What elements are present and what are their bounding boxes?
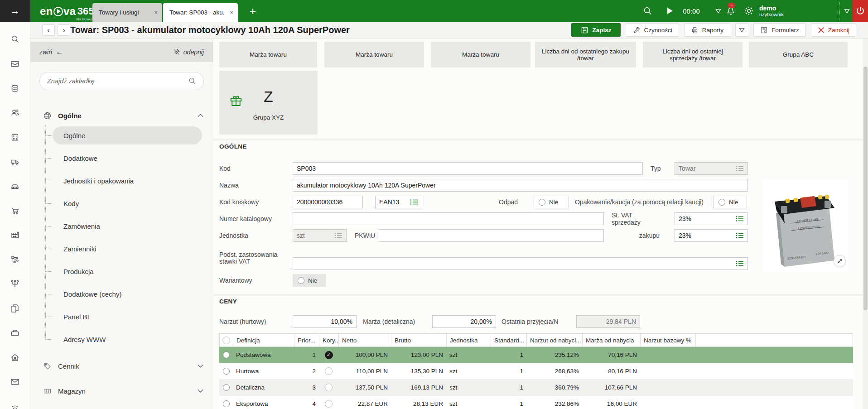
column-header[interactable]: Definicja [233, 334, 294, 346]
kod-kreskowy-input[interactable]: 2000000000336 [293, 196, 363, 208]
rail-item-crm[interactable] [0, 345, 30, 370]
notifications-button[interactable] [723, 0, 738, 22]
indicator-card-dni-sprzedazy[interactable]: Liczba dni od ostatniej sprzedaży /towar [643, 42, 743, 67]
sidebar-nav-item[interactable]: Kody [53, 194, 202, 212]
column-header[interactable]: Marża od nabycia [583, 334, 641, 346]
sidebar-nav-item[interactable]: Adresy WWW [53, 330, 202, 348]
collapse-sidebar-button[interactable]: zwiń [39, 48, 63, 57]
logout-button[interactable] [853, 0, 868, 22]
row-radio[interactable] [223, 384, 230, 391]
row-radio[interactable] [223, 351, 230, 358]
form-button[interactable]: Formularz [753, 23, 806, 37]
scrollbar-thumb[interactable] [863, 67, 868, 310]
column-header[interactable]: Jednostka [447, 334, 491, 346]
table-row[interactable]: Hurtowa 2 110,00 PLN 135,30 PLN szt 1 26… [219, 363, 853, 380]
rail-item-delivery[interactable] [0, 149, 30, 174]
unchecked-radio[interactable] [325, 384, 333, 391]
rail-item-vehicles[interactable] [0, 174, 30, 198]
find-tab-search[interactable] [39, 72, 204, 90]
sidebar-nav-item[interactable]: Dodatkowe [53, 149, 202, 167]
forward-button[interactable] [58, 24, 70, 36]
sidebar-group-magazyn[interactable]: Magazyn [30, 383, 213, 399]
indicator-card-grupa-xyz[interactable]: Z Grupa XYZ [219, 71, 318, 135]
table-row[interactable]: Podstawowa 1 100,00 PLN 123,00 PLN szt 1… [219, 347, 853, 363]
radio-icon[interactable] [719, 199, 725, 206]
rail-item-database[interactable] [0, 76, 30, 101]
rail-item-documents[interactable] [0, 296, 30, 321]
rail-item-network[interactable] [0, 394, 30, 409]
rail-item-integrations[interactable] [0, 272, 30, 296]
rail-item-contacts[interactable] [0, 101, 30, 125]
settings-button[interactable] [741, 0, 757, 22]
global-search-button[interactable] [640, 0, 655, 22]
unpin-sidebar-button[interactable]: odepnij [173, 48, 204, 56]
sidebar-nav-item[interactable]: Panel BI [53, 308, 202, 326]
column-header[interactable]: Kory... [319, 334, 339, 346]
main-scrollbar[interactable] [863, 38, 868, 409]
sidebar-group-ogolne[interactable]: Ogólne [30, 108, 213, 123]
column-header[interactable]: Narzut bazowy % [641, 334, 696, 346]
table-row[interactable]: Eksportowa 4 22,87 EUR 28,13 EUR szt 1 2… [219, 396, 853, 409]
unchecked-radio[interactable] [325, 367, 333, 375]
rail-item-production[interactable] [0, 223, 30, 247]
narzut-input[interactable]: 10,00% [293, 315, 357, 328]
indicator-card-marza-2[interactable]: Marża towaru [324, 42, 424, 67]
reports-button[interactable]: Raporty [684, 23, 730, 37]
sidebar-nav-item[interactable]: Produkcja [53, 262, 202, 280]
rail-item-sales[interactable] [0, 198, 30, 223]
start-work-time-button[interactable] [664, 0, 676, 22]
rail-item-inbox[interactable] [0, 52, 30, 76]
column-header[interactable]: Prior... [294, 334, 319, 346]
save-button[interactable]: Zapisz [571, 23, 621, 37]
nazwa-input[interactable]: akumulator motocyklowy 10Ah 120A SuperPo… [293, 179, 748, 192]
sidebar-nav-item[interactable]: Ogólne [53, 126, 202, 144]
indicator-card-marza-1[interactable]: Marża towaru [219, 42, 317, 67]
opakowanie-toggle[interactable]: Nie [714, 196, 747, 208]
indicator-card-grupa-abc[interactable]: Grupa ABC [749, 42, 848, 67]
rail-item-calculator[interactable] [0, 125, 30, 149]
sidebar-group-cennik[interactable]: Cennik [30, 358, 213, 374]
column-header[interactable]: Brutto [391, 334, 447, 346]
kod-format-select[interactable]: EAN13 [375, 196, 422, 208]
tab-towary-i-uslugi[interactable]: Towary i usługi [92, 3, 162, 22]
tab-towar-sp003[interactable]: Towar: SP003 - aku... [163, 3, 238, 22]
expand-menu-icon[interactable] [0, 0, 30, 22]
new-tab-button[interactable] [247, 5, 259, 17]
reports-dropdown-button[interactable] [735, 23, 748, 37]
marza-input[interactable]: 20,00% [432, 315, 496, 328]
sidebar-nav-item[interactable]: Zamówienia [53, 217, 202, 235]
find-tab-input[interactable] [47, 77, 188, 85]
vat-sprzedazy-select[interactable]: 23% [675, 212, 748, 225]
podst-vat-select[interactable] [293, 257, 748, 270]
wariantowy-toggle[interactable]: Nie [293, 274, 326, 287]
close-button[interactable]: Zamknij [811, 23, 856, 37]
indicator-card-dni-zakupu[interactable]: Liczba dni od ostatniego zakupu /towar [535, 42, 636, 67]
kod-input[interactable]: SP003 [293, 162, 643, 175]
tab-close-icon[interactable] [230, 9, 233, 16]
radio-icon[interactable] [539, 199, 545, 206]
back-button[interactable] [42, 24, 55, 36]
select-all-radio[interactable] [220, 334, 233, 346]
unchecked-radio[interactable] [325, 400, 333, 408]
rail-item-search[interactable] [0, 27, 30, 52]
odpad-toggle[interactable]: Nie [534, 196, 569, 208]
column-header[interactable]: Standard... [491, 334, 527, 346]
indicator-card-marza-3[interactable]: Marża towaru [431, 42, 530, 67]
panel-dropdown-button[interactable] [842, 0, 852, 22]
user-menu[interactable]: demo użytkownik [759, 0, 800, 22]
checked-icon[interactable] [325, 351, 333, 359]
sidebar-nav-item[interactable]: Jednostki i opakowania [53, 172, 202, 190]
column-header[interactable]: Netto [339, 334, 391, 346]
column-header[interactable]: Narzut od nabyci... [527, 334, 583, 346]
clock-dropdown-button[interactable] [713, 0, 723, 22]
rail-item-mail[interactable] [0, 370, 30, 394]
table-row[interactable]: Detaliczna 3 137,50 PLN 169,13 PLN szt 1… [219, 380, 853, 396]
tab-close-icon[interactable] [154, 9, 158, 16]
vat-zakupu-select[interactable]: 23% [675, 229, 748, 242]
rail-item-briefcase[interactable] [0, 321, 30, 345]
radio-icon[interactable] [298, 277, 304, 284]
numer-katalogowy-input[interactable] [293, 212, 604, 225]
sidebar-nav-item[interactable]: Dodatkowe (cechy) [53, 285, 202, 303]
row-radio[interactable] [223, 368, 230, 375]
pkwiu-input[interactable] [379, 229, 604, 242]
